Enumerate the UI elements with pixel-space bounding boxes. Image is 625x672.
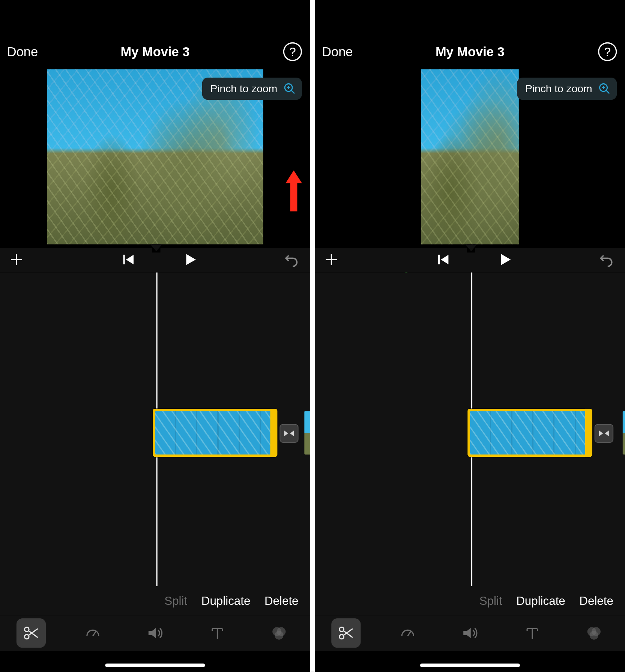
undo-button[interactable] — [283, 251, 300, 268]
svg-marker-9 — [186, 254, 196, 265]
add-media-button[interactable] — [323, 251, 340, 268]
selected-clip[interactable] — [153, 409, 277, 457]
svg-marker-34 — [441, 255, 448, 264]
right-screenshot: Done My Movie 3 ? Pinch to zoom — [315, 0, 625, 672]
transition-button[interactable] — [595, 424, 613, 443]
left-screenshot: Done My Movie 3 ? Pinch to zoom — [0, 0, 310, 672]
clip-action-row: Split Duplicate Delete — [315, 586, 625, 615]
titles-tab[interactable] — [517, 618, 547, 648]
video-preview[interactable]: Pinch to zoom — [315, 69, 625, 248]
svg-line-42 — [408, 632, 411, 636]
svg-marker-10 — [284, 430, 288, 436]
svg-point-25 — [275, 631, 283, 639]
play-button[interactable] — [182, 251, 198, 268]
delete-button[interactable]: Delete — [264, 594, 299, 608]
play-button[interactable] — [497, 251, 514, 268]
scissors-icon — [337, 624, 355, 642]
volume-tab[interactable] — [455, 618, 485, 648]
text-icon — [208, 624, 226, 642]
home-indicator[interactable] — [420, 664, 520, 667]
svg-marker-37 — [605, 430, 608, 436]
transport-bar — [0, 248, 310, 273]
video-preview[interactable]: Pinch to zoom — [0, 69, 310, 248]
playhead-marker-icon — [467, 244, 475, 252]
filters-tab[interactable] — [264, 618, 294, 648]
next-clip-peek[interactable] — [623, 411, 625, 454]
volume-tab[interactable] — [140, 618, 170, 648]
split-button[interactable]: Split — [164, 594, 187, 608]
magnifier-plus-icon — [283, 82, 296, 95]
cut-tab[interactable] — [17, 618, 46, 648]
svg-marker-43 — [463, 628, 471, 638]
duplicate-button[interactable]: Duplicate — [516, 594, 565, 608]
home-indicator[interactable] — [105, 664, 205, 667]
undo-button[interactable] — [598, 251, 614, 268]
clip-thumbnail-strip — [155, 411, 275, 454]
svg-marker-18 — [149, 628, 156, 638]
composite-divider — [310, 0, 315, 672]
header-bar: Done My Movie 3 ? — [0, 0, 310, 69]
delete-button[interactable]: Delete — [579, 594, 613, 608]
bottom-tool-tabs — [315, 615, 625, 651]
svg-marker-4 — [285, 170, 302, 212]
done-button[interactable]: Done — [7, 45, 38, 60]
svg-marker-8 — [126, 255, 134, 264]
skip-to-start-button[interactable] — [120, 251, 136, 268]
bottom-tool-tabs — [0, 615, 310, 651]
skip-to-start-button[interactable] — [435, 251, 451, 268]
speed-tab[interactable] — [393, 618, 422, 648]
clip-trim-handle-right[interactable] — [585, 409, 592, 457]
filters-icon — [585, 624, 603, 642]
svg-rect-7 — [123, 255, 125, 264]
speedometer-icon — [399, 624, 417, 642]
scissors-icon — [22, 624, 40, 642]
transition-button[interactable] — [279, 424, 298, 443]
pinch-to-zoom-button[interactable]: Pinch to zoom — [517, 78, 617, 100]
svg-line-27 — [606, 90, 610, 94]
svg-line-1 — [291, 90, 294, 94]
help-button[interactable]: ? — [598, 42, 617, 61]
annotation-arrow-red-up — [283, 170, 304, 214]
speedometer-icon — [84, 624, 102, 642]
project-title: My Movie 3 — [0, 45, 310, 60]
svg-line-17 — [93, 632, 96, 636]
speed-tab[interactable] — [78, 618, 108, 648]
header-bar: Done My Movie 3 ? — [315, 0, 625, 69]
help-button[interactable]: ? — [283, 42, 302, 61]
timeline[interactable] — [0, 273, 310, 586]
split-button[interactable]: Split — [479, 594, 502, 608]
add-media-button[interactable] — [8, 251, 25, 268]
speaker-icon — [461, 624, 479, 642]
clip-trim-handle-right[interactable] — [270, 409, 277, 457]
timeline[interactable] — [315, 273, 625, 586]
playhead-marker-icon — [152, 244, 161, 252]
text-icon — [523, 624, 541, 642]
filters-tab[interactable] — [579, 618, 608, 648]
next-clip-peek[interactable] — [304, 411, 310, 454]
project-title: My Movie 3 — [315, 45, 625, 60]
transport-bar — [315, 248, 625, 273]
svg-marker-35 — [501, 254, 511, 265]
preview-frame — [421, 69, 519, 244]
selected-clip[interactable] — [468, 409, 592, 457]
help-icon: ? — [604, 46, 611, 57]
titles-tab[interactable] — [203, 618, 232, 648]
cut-tab[interactable] — [331, 618, 361, 648]
svg-rect-33 — [438, 255, 440, 264]
svg-point-50 — [590, 631, 598, 639]
pinch-to-zoom-label: Pinch to zoom — [210, 82, 278, 95]
clip-thumbnail-strip — [470, 411, 590, 454]
speaker-icon — [146, 624, 164, 642]
pinch-to-zoom-label: Pinch to zoom — [525, 82, 592, 95]
help-icon: ? — [289, 46, 296, 57]
duplicate-button[interactable]: Duplicate — [201, 594, 251, 608]
done-button[interactable]: Done — [322, 45, 353, 60]
clip-action-row: Split Duplicate Delete — [0, 586, 310, 615]
magnifier-plus-icon — [598, 82, 611, 95]
filters-icon — [270, 624, 288, 642]
svg-marker-36 — [599, 430, 603, 436]
svg-marker-11 — [290, 430, 294, 436]
pinch-to-zoom-button[interactable]: Pinch to zoom — [202, 78, 302, 100]
